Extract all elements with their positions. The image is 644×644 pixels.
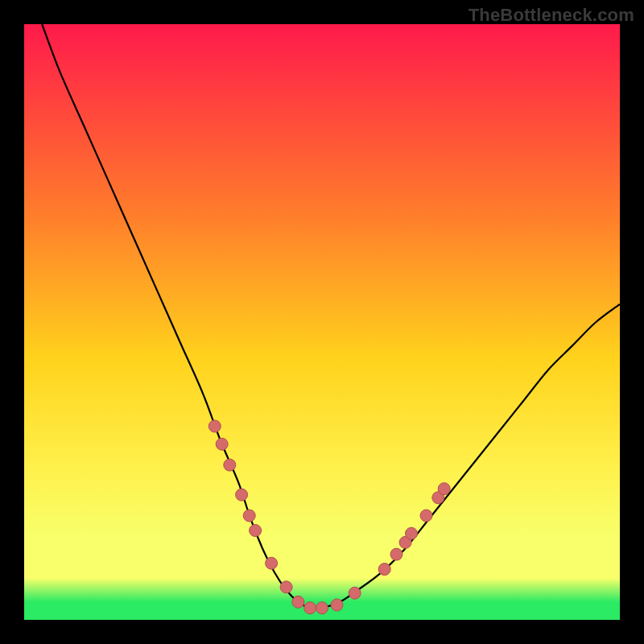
curve-marker [208, 420, 221, 432]
curve-marker [438, 483, 450, 495]
curve-marker [304, 602, 316, 614]
curve-marker [280, 581, 292, 593]
curve-marker [224, 459, 236, 471]
chart-plot-area [24, 24, 620, 620]
curve-marker [378, 564, 390, 576]
chart-svg [24, 24, 620, 620]
curve-marker [216, 438, 228, 450]
curve-marker [406, 527, 418, 539]
chart-frame: TheBottleneck.com [0, 0, 644, 644]
curve-marker [331, 599, 343, 611]
curve-marker [236, 489, 248, 501]
curve-marker [243, 510, 255, 522]
curve-marker [316, 602, 328, 614]
curve-marker [266, 557, 278, 569]
curve-marker [250, 525, 262, 537]
curve-marker [349, 587, 361, 599]
curve-markers [208, 420, 450, 614]
bottleneck-curve [42, 24, 620, 609]
watermark-text: TheBottleneck.com [469, 5, 634, 26]
curve-marker [292, 596, 304, 608]
curve-marker [390, 548, 402, 560]
curve-marker [420, 510, 432, 522]
